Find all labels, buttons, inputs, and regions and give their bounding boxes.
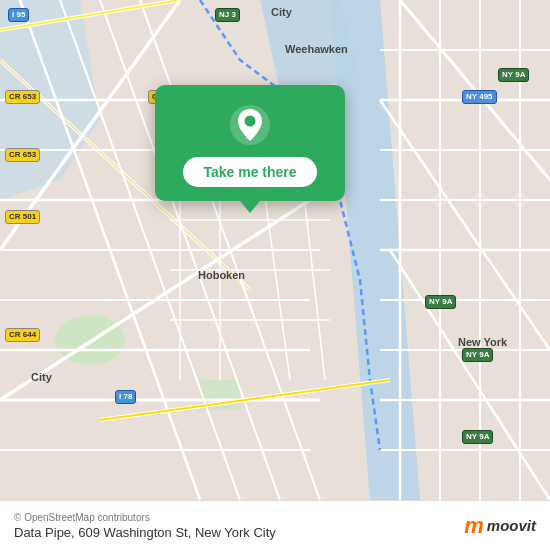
moovit-text: moovit [487,517,536,534]
highway-badge-cr501: CR 501 [5,210,40,224]
city-label: City [268,5,295,19]
highway-badge-ny9a1: NY 9A [498,68,529,82]
highway-badge-ny9a3: NY 9A [462,348,493,362]
location-pin-icon [228,103,272,147]
weehawken-label: Weehawken [282,42,351,56]
newyork-label: New York [455,335,510,349]
highway-badge-i95: I 95 [8,8,29,22]
highway-badge-cr644: CR 644 [5,328,40,342]
moovit-logo: m moovit [464,513,536,539]
hoboken-label: Hoboken [195,268,248,282]
highway-badge-cr653b: CR 653 [5,148,40,162]
copyright-text: © OpenStreetMap contributors [14,512,276,523]
highway-badge-i78: I 78 [115,390,136,404]
svg-line-33 [380,100,550,350]
highway-badge-nj3: NJ 3 [215,8,240,22]
moovit-m-icon: m [464,513,484,539]
address-text: Data Pipe, 609 Washington St, New York C… [14,525,276,540]
svg-point-50 [245,116,256,127]
bottom-bar: © OpenStreetMap contributors Data Pipe, … [0,500,550,550]
highway-badge-ny9a2: NY 9A [425,295,456,309]
location-popup: Take me there [155,85,345,201]
city2-label: City [28,370,55,384]
take-me-there-button[interactable]: Take me there [183,157,316,187]
highway-badge-cr653a: CR 653 [5,90,40,104]
highway-badge-ny495: NY 495 [462,90,497,104]
highway-badge-ny9a4: NY 9A [462,430,493,444]
map-container: I 95 NJ 3 CR 653 CR 653 CR 6 NY 495 NY 9… [0,0,550,500]
